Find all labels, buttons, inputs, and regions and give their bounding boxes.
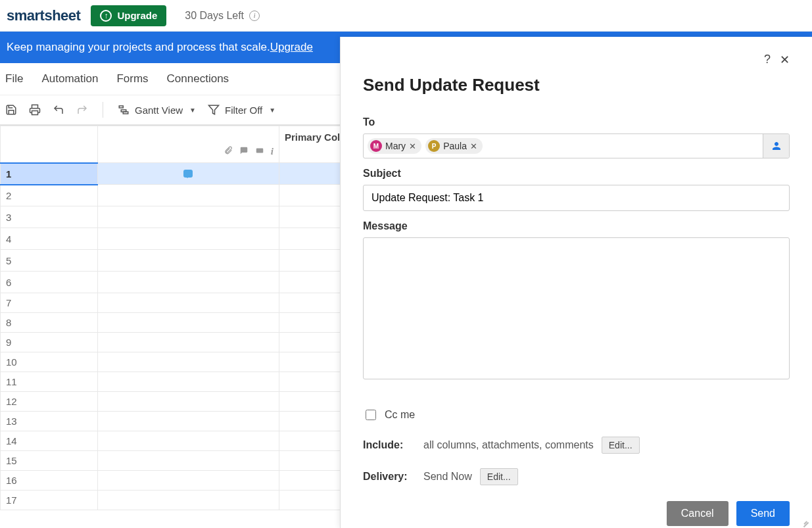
row-indicators [97,293,279,313]
upgrade-button[interactable]: ↑ Upgrade [91,5,166,26]
info-icon[interactable]: i [249,11,260,21]
modal-title: Send Update Request [363,75,790,95]
include-label: Include: [363,439,416,451]
cancel-button[interactable]: Cancel [667,501,728,526]
svg-rect-5 [256,149,264,153]
banner-text: Keep managing your projects and process … [7,41,270,54]
top-bar: smartsheet ↑ Upgrade 30 Days Left i [0,0,812,32]
row-number[interactable]: 6 [1,272,98,293]
row-number[interactable]: 7 [1,293,98,313]
up-arrow-icon: ↑ [100,10,112,22]
avatar: P [428,140,440,152]
resize-handle[interactable] [800,516,809,525]
redo-icon[interactable] [76,104,88,116]
row-number[interactable]: 4 [1,228,98,250]
svg-rect-3 [123,112,128,114]
include-edit-button[interactable]: Edit... [602,437,640,454]
upgrade-label: Upgrade [117,10,157,21]
row-number[interactable]: 3 [1,206,98,228]
row-indicators [97,163,279,185]
contact-picker-button[interactable] [763,134,789,158]
subject-label: Subject [363,168,790,180]
delivery-value: Send Now [423,471,472,483]
divider [103,102,103,118]
row-indicators [97,471,279,491]
to-input[interactable]: MMary✕PPaula✕ [363,133,790,158]
row-indicators [97,250,279,272]
delivery-label: Delivery: [363,471,416,483]
rownum-header [1,126,98,163]
recipient-name: Mary [385,141,406,151]
logo: smartsheet [7,7,80,24]
chevron-down-icon: ▼ [269,107,275,114]
menu-automation[interactable]: Automation [41,72,98,85]
delivery-edit-button[interactable]: Edit... [480,468,518,485]
proof-icon[interactable] [255,146,264,157]
to-label: To [363,116,790,128]
menu-file[interactable]: File [5,72,23,85]
cc-me-row[interactable]: Cc me [363,408,790,422]
avatar: M [370,140,382,152]
row-icons-header: i [97,126,279,163]
comment-icon[interactable] [239,146,249,157]
cc-me-checkbox[interactable] [366,410,376,420]
include-row: Include: all columns, attachments, comme… [363,437,790,454]
row-indicators [97,392,279,412]
row-number[interactable]: 5 [1,250,98,272]
svg-marker-4 [209,105,219,114]
row-indicators [97,333,279,352]
undo-icon[interactable] [53,104,64,116]
row-indicators [97,412,279,431]
remove-recipient-icon[interactable]: ✕ [409,141,416,151]
row-number[interactable]: 1 [1,163,98,185]
recipient-name: Paula [443,141,467,151]
recipient-pill[interactable]: PPaula✕ [425,138,483,154]
send-button[interactable]: Send [736,501,790,526]
row-indicators [97,431,279,451]
row-number[interactable]: 11 [1,372,98,392]
banner-upgrade-link[interactable]: Upgrade [270,41,313,54]
row-indicators [97,206,279,228]
row-indicators [97,451,279,471]
close-icon[interactable]: ✕ [780,53,790,67]
row-number[interactable]: 2 [1,185,98,206]
row-indicators [97,185,279,206]
row-indicators [97,228,279,250]
row-number[interactable]: 17 [1,491,98,510]
send-update-request-panel: ? ✕ Send Update Request To MMary✕PPaula✕… [340,37,812,528]
filter-toggle[interactable]: Filter Off ▼ [208,104,275,116]
menu-forms[interactable]: Forms [116,72,148,85]
message-label: Message [363,220,790,232]
row-number[interactable]: 14 [1,431,98,451]
save-icon[interactable] [5,104,17,116]
row-number[interactable]: 10 [1,352,98,372]
attachment-icon[interactable] [224,146,233,157]
row-indicators [97,272,279,293]
delivery-row: Delivery: Send Now Edit... [363,468,790,485]
trial-days-left: 30 Days Left i [185,10,260,22]
chevron-down-icon: ▼ [189,107,196,114]
row-number[interactable]: 13 [1,412,98,431]
row-number[interactable]: 8 [1,313,98,333]
row-number[interactable]: 16 [1,471,98,491]
row-number[interactable]: 12 [1,392,98,412]
row-indicators [97,352,279,372]
print-icon[interactable] [29,104,41,116]
row-number[interactable]: 15 [1,451,98,471]
help-icon[interactable]: ? [764,53,771,67]
row-indicators [97,313,279,333]
info-italic-icon[interactable]: i [271,146,274,157]
view-switcher[interactable]: Gantt View ▼ [118,104,196,116]
row-number[interactable]: 9 [1,333,98,352]
recipient-pill[interactable]: MMary✕ [368,138,421,154]
message-textarea[interactable] [363,237,790,379]
remove-recipient-icon[interactable]: ✕ [470,141,477,151]
row-indicators [97,372,279,392]
svg-rect-1 [119,106,123,108]
comment-icon[interactable] [183,170,193,178]
svg-rect-0 [32,111,38,115]
cc-me-label: Cc me [385,409,415,421]
subject-input[interactable] [363,185,790,211]
menu-connections[interactable]: Connections [167,72,229,85]
include-value: all columns, attachments, comments [423,439,594,451]
